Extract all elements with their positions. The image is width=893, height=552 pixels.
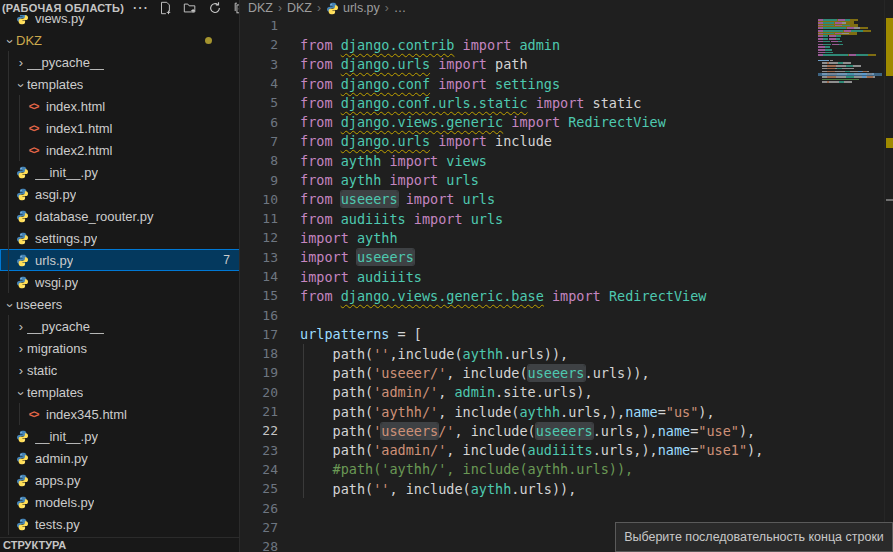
tree-item-useeers[interactable]: ›useeers xyxy=(0,293,240,315)
code-line-12[interactable]: 12import aythh xyxy=(241,228,893,247)
py-file-icon xyxy=(15,253,30,267)
code-line-10[interactable]: 10from useeers import urls xyxy=(241,190,893,209)
line-number: 1 xyxy=(241,18,278,33)
tree-item-apps-py[interactable]: apps.py xyxy=(0,469,240,491)
line-number: 6 xyxy=(241,115,278,130)
tree-item-label: apps.py xyxy=(35,473,81,488)
overview-ruler-scrollbar[interactable] xyxy=(884,0,893,552)
code-line-26[interactable]: 26 xyxy=(241,498,893,517)
breadcrumb-separator: › xyxy=(315,1,323,15)
code-area[interactable]: 12from django.contrib import admin3from … xyxy=(241,16,893,552)
line-text: path('',include(aythh.urls)), xyxy=(300,346,568,362)
code-line-4[interactable]: 4from django.conf import settings xyxy=(241,74,893,93)
code-line-16[interactable]: 16 xyxy=(241,305,893,324)
line-number: 28 xyxy=(241,539,278,552)
tree-item--init-py[interactable]: __init__.py xyxy=(0,161,240,183)
code-line-21[interactable]: 21 path('aythh/', include(aythh.urls,),n… xyxy=(241,402,893,421)
line-number: 10 xyxy=(241,192,278,207)
tree-item-index1-html[interactable]: <>index1.html xyxy=(0,117,240,139)
code-line-5[interactable]: 5from django.conf.urls.static import sta… xyxy=(241,93,893,112)
html-icon: <> xyxy=(29,123,39,134)
line-text: from django.urls import path xyxy=(300,56,528,72)
breadcrumb-item[interactable]: urls.py xyxy=(326,1,380,15)
tree-item-urls-py[interactable]: urls.py7 xyxy=(0,249,240,271)
code-line-8[interactable]: 8from aythh import views xyxy=(241,151,893,170)
refresh-icon[interactable] xyxy=(207,1,223,15)
tree-item--init-py[interactable]: __init__.py xyxy=(0,425,240,447)
line-number: 12 xyxy=(241,230,278,245)
py-file-icon xyxy=(15,517,30,531)
code-line-19[interactable]: 19 path('useeer/', include(useeers.urls)… xyxy=(241,363,893,382)
indent-guide xyxy=(303,344,304,498)
tree-item-models-py[interactable]: models.py xyxy=(0,491,240,513)
tree-item-label: urls.py xyxy=(35,253,73,268)
code-line-15[interactable]: 15from django.views.generic.base import … xyxy=(241,286,893,305)
tree-item-tests-py[interactable]: tests.py xyxy=(0,513,240,535)
line-number: 7 xyxy=(241,134,278,149)
code-line-23[interactable]: 23 path('aadmin/', include(audiiits.urls… xyxy=(241,441,893,460)
code-line-14[interactable]: 14import audiiits xyxy=(241,267,893,286)
collapse-all-icon[interactable] xyxy=(232,1,240,15)
tree-item-dkz[interactable]: ›DKZ xyxy=(0,29,240,51)
code-line-1[interactable]: 1 xyxy=(241,16,893,35)
outline-section-header[interactable]: СТРУКТУРА xyxy=(0,537,240,552)
code-line-18[interactable]: 18 path('',include(aythh.urls)), xyxy=(241,344,893,363)
tree-item-settings-py[interactable]: settings.py xyxy=(0,227,240,249)
tree-item-migrations[interactable]: ›migrations xyxy=(0,337,240,359)
tree-item-templates[interactable]: ›templates xyxy=(0,73,240,95)
breadcrumb-separator: › xyxy=(276,1,284,15)
code-line-3[interactable]: 3from django.urls import path xyxy=(241,55,893,74)
tree-item-asgi-py[interactable]: asgi.py xyxy=(0,183,240,205)
tree-item-database-roouter-py[interactable]: database_roouter.py xyxy=(0,205,240,227)
py-file-icon xyxy=(15,451,30,465)
line-text: from django.contrib import admin xyxy=(300,37,560,53)
tree-item-wsgi-py[interactable]: wsgi.py xyxy=(0,271,240,293)
eol-sequence-tooltip: Выберите последовательность конца строки xyxy=(615,522,893,552)
new-file-icon[interactable] xyxy=(157,1,173,15)
workspace-title: (РАБОЧАЯ ОБЛАСТЬ) xyxy=(0,2,124,14)
more-actions-icon[interactable]: ⋯ xyxy=(132,1,148,15)
py-file-icon xyxy=(15,275,30,289)
line-number: 11 xyxy=(241,211,278,226)
tree-item--pycache-[interactable]: ›__pycache__ xyxy=(0,315,240,337)
line-number: 20 xyxy=(241,385,278,400)
code-line-6[interactable]: 6from django.views.generic import Redire… xyxy=(241,112,893,131)
minimap[interactable] xyxy=(818,16,882,546)
tree-item-label: tests.py xyxy=(35,517,80,532)
tree-item-index-html[interactable]: <>index.html xyxy=(0,95,240,117)
tree-item-admin-py[interactable]: admin.py xyxy=(0,447,240,469)
code-line-11[interactable]: 11from audiiits import urls xyxy=(241,209,893,228)
outline-title: СТРУКТУРА xyxy=(0,539,66,551)
code-line-9[interactable]: 9from aythh import urls xyxy=(241,170,893,189)
line-text: path('useeers/', include(useeers.urls,),… xyxy=(300,423,755,439)
code-line-24[interactable]: 24 #path('aythh/', include(aythh.urls)), xyxy=(241,460,893,479)
html-file-icon: <> xyxy=(26,121,41,135)
code-line-2[interactable]: 2from django.contrib import admin xyxy=(241,35,893,54)
line-number: 17 xyxy=(241,327,278,342)
html-file-icon: <> xyxy=(26,143,41,157)
line-number: 15 xyxy=(241,288,278,303)
tree-item-index2-html[interactable]: <>index2.html xyxy=(0,139,240,161)
breadcrumb-item[interactable]: DKZ xyxy=(248,1,273,15)
new-folder-icon[interactable] xyxy=(182,1,198,15)
tree-item-label: wsgi.py xyxy=(35,275,78,290)
breadcrumb-item[interactable]: DKZ xyxy=(287,1,312,15)
tree-item-templates[interactable]: ›templates xyxy=(0,381,240,403)
line-number: 16 xyxy=(241,308,278,323)
tree-item-label: index2.html xyxy=(46,143,112,158)
workspace-section-header[interactable]: (РАБОЧАЯ ОБЛАСТЬ) ⋯ xyxy=(0,0,240,15)
code-line-13[interactable]: 13import useeers xyxy=(241,248,893,267)
code-line-17[interactable]: 17urlpatterns = [ xyxy=(241,325,893,344)
code-line-20[interactable]: 20 path('admin/', admin.site.urls), xyxy=(241,383,893,402)
py-file-icon xyxy=(15,165,30,179)
tree-item-label: index1.html xyxy=(46,121,112,136)
breadcrumb-item[interactable]: … xyxy=(394,1,407,15)
code-line-7[interactable]: 7from django.urls import include xyxy=(241,132,893,151)
tree-item-static[interactable]: ›static xyxy=(0,359,240,381)
tree-item-index345-html[interactable]: <>index345.html xyxy=(0,403,240,425)
line-number: 4 xyxy=(241,76,278,91)
code-line-22[interactable]: 22 path('useeers/', include(useeers.urls… xyxy=(241,421,893,440)
code-line-25[interactable]: 25 path('', include(aythh.urls)), xyxy=(241,479,893,498)
tree-item--pycache-[interactable]: ›__pycache__ xyxy=(0,51,240,73)
tree-indent-guide xyxy=(19,95,20,161)
